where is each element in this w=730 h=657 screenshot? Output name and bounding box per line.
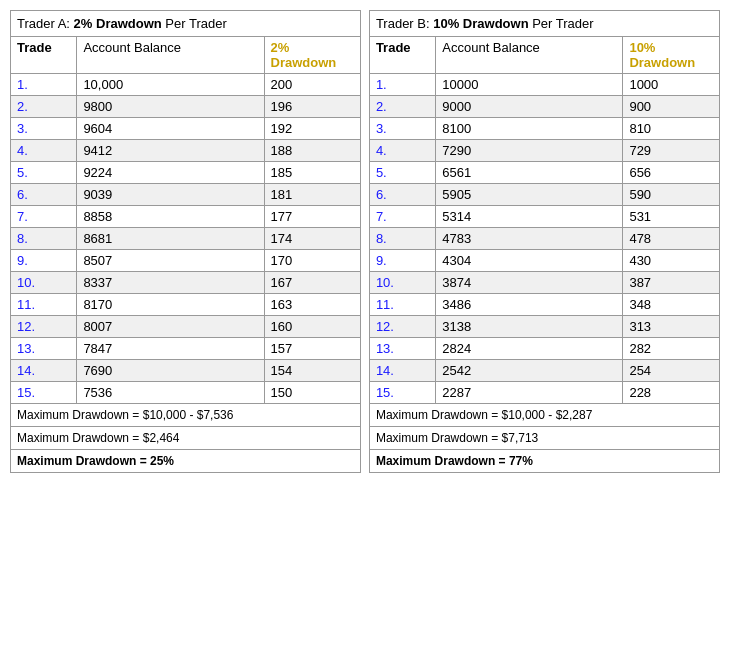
account-balance: 9800 xyxy=(77,96,264,118)
drawdown-value: 163 xyxy=(264,294,361,316)
trade-number: 6. xyxy=(11,184,77,206)
account-balance: 8007 xyxy=(77,316,264,338)
account-balance: 7690 xyxy=(77,360,264,382)
trade-number: 11. xyxy=(11,294,77,316)
table-row: 13.2824282 xyxy=(369,338,719,360)
trader-a-footer1: Maximum Drawdown = $10,000 - $7,536 xyxy=(11,404,361,427)
drawdown-value: 150 xyxy=(264,382,361,404)
table-row: 6.9039181 xyxy=(11,184,361,206)
col-drawdown-a: 2%Drawdown xyxy=(264,37,361,74)
trade-number: 9. xyxy=(369,250,435,272)
account-balance: 3138 xyxy=(436,316,623,338)
drawdown-value: 167 xyxy=(264,272,361,294)
drawdown-value: 387 xyxy=(623,272,720,294)
trader-a-header-suffix: Per Trader xyxy=(162,16,227,31)
col-drawdown-b: 10%Drawdown xyxy=(623,37,720,74)
table-row: 15.2287228 xyxy=(369,382,719,404)
account-balance: 5905 xyxy=(436,184,623,206)
col-trade-b: Trade xyxy=(369,37,435,74)
drawdown-value: 181 xyxy=(264,184,361,206)
drawdown-value: 188 xyxy=(264,140,361,162)
account-balance: 4783 xyxy=(436,228,623,250)
table-row: 9.4304430 xyxy=(369,250,719,272)
account-balance: 6561 xyxy=(436,162,623,184)
account-balance: 8170 xyxy=(77,294,264,316)
account-balance: 7290 xyxy=(436,140,623,162)
drawdown-value: 282 xyxy=(623,338,720,360)
drawdown-value: 170 xyxy=(264,250,361,272)
trade-number: 8. xyxy=(369,228,435,250)
table-row: 3.9604192 xyxy=(11,118,361,140)
trade-number: 14. xyxy=(369,360,435,382)
account-balance: 5314 xyxy=(436,206,623,228)
table-row: 1.10,000200 xyxy=(11,74,361,96)
account-balance: 8100 xyxy=(436,118,623,140)
account-balance: 9412 xyxy=(77,140,264,162)
table-row: 7.8858177 xyxy=(11,206,361,228)
trade-number: 9. xyxy=(11,250,77,272)
trade-number: 2. xyxy=(11,96,77,118)
account-balance: 8337 xyxy=(77,272,264,294)
trade-number: 14. xyxy=(11,360,77,382)
table-row: 4.7290729 xyxy=(369,140,719,162)
trader-a-header-prefix: Trader A: xyxy=(17,16,74,31)
col-trade-a: Trade xyxy=(11,37,77,74)
trade-number: 10. xyxy=(11,272,77,294)
account-balance: 8681 xyxy=(77,228,264,250)
trade-number: 10. xyxy=(369,272,435,294)
trade-number: 1. xyxy=(11,74,77,96)
table-row: 12.8007160 xyxy=(11,316,361,338)
drawdown-value: 200 xyxy=(264,74,361,96)
drawdown-value: 656 xyxy=(623,162,720,184)
table-row: 8.4783478 xyxy=(369,228,719,250)
trade-number: 4. xyxy=(11,140,77,162)
trader-b-footer2: Maximum Drawdown = $7,713 xyxy=(369,427,719,450)
drawdown-value: 192 xyxy=(264,118,361,140)
account-balance: 9000 xyxy=(436,96,623,118)
trader-a-col-headers: Trade Account Balance 2%Drawdown xyxy=(11,37,361,74)
account-balance: 10,000 xyxy=(77,74,264,96)
table-row: 10.3874387 xyxy=(369,272,719,294)
drawdown-value: 430 xyxy=(623,250,720,272)
trade-number: 8. xyxy=(11,228,77,250)
trade-number: 12. xyxy=(369,316,435,338)
table-row: 6.5905590 xyxy=(369,184,719,206)
drawdown-value: 1000 xyxy=(623,74,720,96)
trader-b-header-prefix: Trader B: xyxy=(376,16,433,31)
account-balance: 2542 xyxy=(436,360,623,382)
col-balance-a: Account Balance xyxy=(77,37,264,74)
drawdown-value: 174 xyxy=(264,228,361,250)
drawdown-value: 177 xyxy=(264,206,361,228)
table-row: 9.8507170 xyxy=(11,250,361,272)
table-row: 2.9000900 xyxy=(369,96,719,118)
trade-number: 2. xyxy=(369,96,435,118)
table-row: 11.3486348 xyxy=(369,294,719,316)
drawdown-value: 196 xyxy=(264,96,361,118)
trader-a-footer2: Maximum Drawdown = $2,464 xyxy=(11,427,361,450)
drawdown-value: 185 xyxy=(264,162,361,184)
trade-number: 13. xyxy=(369,338,435,360)
trade-number: 5. xyxy=(369,162,435,184)
drawdown-value: 254 xyxy=(623,360,720,382)
drawdown-value: 531 xyxy=(623,206,720,228)
trade-number: 15. xyxy=(11,382,77,404)
drawdown-value: 313 xyxy=(623,316,720,338)
trade-number: 12. xyxy=(11,316,77,338)
account-balance: 10000 xyxy=(436,74,623,96)
drawdown-value: 590 xyxy=(623,184,720,206)
account-balance: 9604 xyxy=(77,118,264,140)
trade-number: 7. xyxy=(369,206,435,228)
trader-b-header-bold: 10% Drawdown xyxy=(433,16,528,31)
account-balance: 2824 xyxy=(436,338,623,360)
drawdown-value: 157 xyxy=(264,338,361,360)
account-balance: 9224 xyxy=(77,162,264,184)
trade-number: 3. xyxy=(369,118,435,140)
table-row: 14.7690154 xyxy=(11,360,361,382)
table-row: 10.8337167 xyxy=(11,272,361,294)
drawdown-value: 160 xyxy=(264,316,361,338)
table-row: 11.8170163 xyxy=(11,294,361,316)
trade-number: 6. xyxy=(369,184,435,206)
col-balance-b: Account Balance xyxy=(436,37,623,74)
drawdown-value: 348 xyxy=(623,294,720,316)
drawdown-value: 810 xyxy=(623,118,720,140)
